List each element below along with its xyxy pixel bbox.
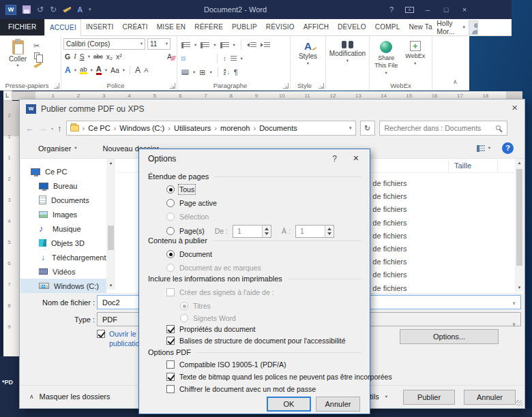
grow-font-button[interactable]: A (135, 66, 141, 74)
list-scrollbar[interactable]: ▴ ▾ (515, 159, 524, 292)
shading-icon[interactable] (181, 70, 189, 75)
chevron-down-icon[interactable]: ▾ (51, 126, 53, 131)
sidebar-item[interactable]: Vidéos (20, 264, 116, 279)
sort-button[interactable]: AZ ↓ (224, 69, 230, 76)
sidebar-item[interactable]: ♪ Musique (20, 221, 116, 236)
sidebar-item[interactable]: Documents (20, 193, 116, 207)
hide-folders-button[interactable]: ∧ Masquer les dossiers (29, 392, 110, 401)
option-structure-tags[interactable]: Balises de structure de document pour l'… (148, 335, 366, 347)
sidebar-item[interactable]: Objets 3D (20, 236, 116, 250)
help-icon[interactable]: ? (332, 154, 337, 164)
decrease-indent-icon[interactable] (247, 42, 256, 48)
chevron-down-icon[interactable]: ∨ (512, 318, 516, 331)
options-button[interactable]: Options... (400, 329, 499, 344)
scroll-down-icon[interactable]: ▾ (106, 283, 115, 288)
refresh-icon[interactable]: ↻ (360, 121, 375, 136)
chevron-down-icon[interactable]: ▾ (123, 68, 125, 73)
sidebar-item[interactable]: Windows (C:) (20, 279, 106, 293)
ribbon-tab[interactable]: COMPL (370, 19, 404, 35)
ribbon-tab[interactable]: RÉVISIO (261, 19, 299, 35)
borders-icon[interactable]: ⊞ (199, 69, 205, 76)
dialog-launcher-icon[interactable] (319, 83, 324, 89)
sidebar-item[interactable]: Bureau (20, 179, 116, 193)
chevron-down-icon[interactable]: ▾ (488, 146, 490, 151)
cancel-button[interactable]: Annuler (316, 397, 360, 412)
up-icon[interactable]: ↑ (57, 123, 62, 134)
option-current-page[interactable]: Page active (148, 197, 366, 209)
organize-button[interactable]: Organiser (38, 144, 71, 153)
checkbox-icon[interactable] (166, 385, 175, 393)
dialog-launcher-icon[interactable] (283, 83, 289, 89)
radio-icon[interactable] (166, 185, 175, 194)
multilevel-list-icon[interactable] (220, 42, 229, 48)
checkbox-icon[interactable] (97, 330, 105, 338)
chevron-down-icon[interactable]: ∨ (512, 300, 516, 306)
share-file-button[interactable]: Share This File ▾ (372, 38, 401, 75)
option-encrypt[interactable]: Chiffrer le document avec un mot de pass… (148, 383, 366, 395)
copy-icon[interactable] (34, 52, 40, 59)
ribbon-tab[interactable]: INSERTI (81, 19, 118, 35)
radio-icon[interactable] (166, 250, 175, 258)
cut-icon[interactable]: ✂ (33, 42, 40, 50)
minimize-button[interactable]: – (423, 5, 432, 14)
option-bitmap-text[interactable]: Texte de bitmap quand les polices ne peu… (148, 371, 366, 383)
subscript-button[interactable]: x₂ (106, 53, 113, 61)
option-all-pages[interactable]: Tous (148, 183, 366, 196)
checkbox-icon[interactable] (166, 373, 175, 381)
avatar[interactable] (469, 20, 478, 35)
sidebar-scrollbar[interactable]: ▴ ▾ (106, 159, 115, 290)
underline-button[interactable]: S (80, 53, 85, 61)
radio-icon[interactable] (166, 199, 175, 207)
cancel-button[interactable]: Annuler (464, 390, 516, 405)
align-left-button[interactable] (181, 57, 186, 61)
chevron-down-icon[interactable]: ▾ (209, 70, 211, 75)
breadcrumb-segment[interactable]: › Documents (250, 124, 297, 132)
scrollbar-thumb[interactable] (516, 169, 522, 266)
help-icon[interactable]: ? (502, 142, 514, 154)
chevron-down-icon[interactable]: ▾ (193, 70, 195, 75)
align-right-button[interactable] (199, 57, 203, 61)
show-marks-button[interactable]: ¶ (234, 68, 238, 76)
ribbon-tab[interactable]: MISE EN (152, 19, 190, 35)
publish-button[interactable]: Publier (403, 390, 455, 405)
chevron-down-icon[interactable]: ▾ (74, 68, 76, 73)
line-spacing-icon[interactable]: ↕ (223, 55, 226, 62)
address-bar[interactable]: › Ce PC › Windows (C:) › Utilisateurs › … (66, 121, 356, 136)
breadcrumb-segment[interactable]: › Windows (C:) (110, 124, 165, 132)
chevron-down-icon[interactable]: ▾ (213, 43, 216, 48)
ok-button[interactable]: OK (267, 397, 311, 412)
breadcrumb-segment[interactable]: › Utilisateurs (164, 124, 211, 132)
checkbox-icon[interactable] (166, 360, 175, 369)
shrink-font-button[interactable]: A (144, 67, 148, 74)
bold-button[interactable]: G (65, 53, 70, 61)
font-size-combo[interactable]: 11 ▾ (147, 38, 171, 50)
strikethrough-button[interactable]: abc (93, 54, 103, 60)
forward-icon[interactable]: → (38, 123, 47, 134)
search-input[interactable] (380, 121, 507, 135)
chevron-down-icon[interactable]: ▾ (88, 55, 90, 59)
sidebar-item[interactable]: Images (20, 207, 116, 221)
increase-indent-icon[interactable] (261, 42, 270, 48)
scroll-down-icon[interactable]: ▾ (515, 285, 524, 290)
ribbon-tab[interactable]: CRÉATI (118, 19, 152, 35)
breadcrumb-segment[interactable]: › morenoh (211, 124, 250, 132)
ribbon-display-options-icon[interactable]: ∧ (405, 7, 414, 13)
italic-button[interactable]: I (74, 53, 76, 61)
chevron-down-icon[interactable]: ▾ (241, 57, 243, 61)
sidebar-item[interactable]: Ce PC (20, 164, 116, 179)
bullets-icon[interactable] (181, 42, 190, 48)
column-size[interactable]: Taille (454, 161, 471, 170)
styles-button[interactable]: A Styles ▾ (293, 38, 323, 66)
scroll-up-icon[interactable]: ▴ (106, 160, 115, 166)
option-doc-properties[interactable]: Propriétés du document (148, 323, 366, 335)
close-button[interactable]: × (460, 5, 469, 14)
column-separator[interactable] (448, 160, 449, 172)
text-effects-button[interactable]: A (65, 66, 71, 74)
editing-button[interactable]: Modification ▾ (328, 38, 367, 63)
clear-formatting-button[interactable]: A (167, 52, 172, 61)
scroll-up-icon[interactable]: ▴ (515, 160, 524, 166)
paste-button[interactable]: Coller ▾ (2, 38, 33, 80)
align-center-button[interactable] (190, 52, 195, 65)
dialog-launcher-icon[interactable] (54, 83, 59, 89)
help-button[interactable]: ? (387, 5, 396, 14)
